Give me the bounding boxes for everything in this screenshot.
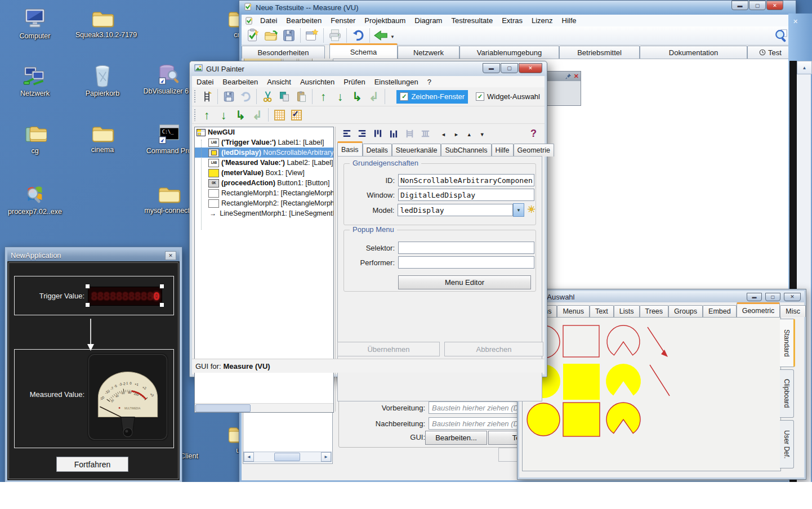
scroll-thumb[interactable] <box>195 404 251 412</box>
tab-embed[interactable]: Embed <box>703 305 737 317</box>
window-input[interactable]: DigitalLedDisplay <box>398 189 534 201</box>
tab-geometrie[interactable]: Geometrie <box>514 144 554 157</box>
paste-icon[interactable] <box>293 89 310 105</box>
toolbar-grip[interactable] <box>194 90 197 104</box>
tab-basis[interactable]: Basis <box>337 141 363 157</box>
tab-netzwerk[interactable]: Netzwerk <box>398 46 459 59</box>
checkbox-icon[interactable]: ✓ <box>400 92 408 101</box>
selection-handle[interactable] <box>85 284 90 289</box>
proceed-button[interactable]: Fortfahren <box>56 457 128 472</box>
back-icon[interactable] <box>372 28 390 43</box>
close-button[interactable]: ✕ <box>784 293 801 301</box>
menu-prüfen[interactable]: Prüfen <box>339 77 369 87</box>
close-icon[interactable]: ✕ <box>574 73 579 79</box>
help-icon[interactable]: ? <box>530 128 542 140</box>
grid-icon[interactable] <box>271 107 288 123</box>
selektor-input[interactable] <box>398 242 534 254</box>
desktop-icon-squeak3-10-2-7179[interactable]: Squeak3.10.2-7179 <box>75 3 130 39</box>
maximize-button[interactable]: ▢ <box>749 1 766 10</box>
open-icon[interactable] <box>262 28 280 43</box>
gui-edit-button[interactable]: Bearbeiten... <box>425 431 487 445</box>
tree-item-0[interactable]: LAB('Trigger Value:') Label1: [Label] <box>195 137 333 148</box>
distribute-h-icon[interactable] <box>401 127 417 140</box>
desktop-icon-command-pro[interactable]: C:\_Command Pro <box>142 119 196 155</box>
tree-item-1[interactable]: (ledDisplay) NonScrollableArbitraryC <box>195 148 333 158</box>
checkbox-icon[interactable]: ✓ <box>476 92 484 101</box>
tree-item-2[interactable]: LAB('Measured Value:') Label2: [Label] <box>195 158 333 168</box>
tab-dokumentation[interactable]: Dokumentation <box>640 46 747 59</box>
id-input[interactable]: NonScrollableArbitraryComponen <box>398 174 534 186</box>
selection-handle[interactable] <box>159 302 164 307</box>
close-button[interactable]: ✕ <box>519 63 542 73</box>
desktop-icon-cg[interactable]: cg <box>8 119 62 155</box>
distribute-v-icon[interactable] <box>417 127 433 140</box>
maximize-button[interactable]: ▢ <box>765 293 780 301</box>
close-button[interactable]: ✕ <box>766 1 783 10</box>
undo-blue-icon[interactable] <box>349 28 367 43</box>
minimize-button[interactable]: ▬ <box>747 293 762 301</box>
model-input[interactable]: ledDisplay <box>398 204 513 216</box>
new-test-icon[interactable] <box>244 28 262 43</box>
side-tab-clipboard[interactable]: Clipboard <box>780 369 794 418</box>
close-button[interactable]: ✕ <box>165 251 176 260</box>
copy-icon[interactable] <box>276 89 293 105</box>
scroll-thumb[interactable] <box>274 453 300 461</box>
checkbox-widget-auswahl[interactable]: ✓Widget-Auswahl <box>472 90 543 104</box>
led-display[interactable]: 88888888880 <box>88 287 162 306</box>
checkbox-zeichen-fenster[interactable]: ✓Zeichen-Fenster <box>396 90 468 104</box>
selection-handle[interactable] <box>159 284 164 289</box>
scroll-left-button[interactable]: ◄ <box>244 452 254 462</box>
menu-hilfe[interactable]: Hilfe <box>557 15 581 26</box>
align-left-icon[interactable] <box>338 127 354 140</box>
horizontal-scrollbar[interactable]: ◄ ► <box>243 452 332 462</box>
tab-besonderheiten[interactable]: Besonderheiten <box>242 46 325 59</box>
up-arrow-icon[interactable]: ↑ <box>315 89 332 105</box>
desktop-icon-cinema[interactable]: cinema <box>75 118 130 154</box>
up-arrow-icon[interactable]: ↑ <box>198 107 215 123</box>
print-icon[interactable] <box>326 28 344 43</box>
menu-ansicht[interactable]: Ansicht <box>262 77 296 87</box>
tab-betriebsmittel[interactable]: Betriebsmittel <box>559 46 640 59</box>
tab-trees[interactable]: Trees <box>640 305 669 317</box>
corner-arrow-icon[interactable]: ↳ <box>349 89 365 105</box>
tab-menus[interactable]: Menus <box>557 305 590 317</box>
menu-diagram[interactable]: Diagram <box>410 15 447 26</box>
tab-lists[interactable]: Lists <box>614 305 640 317</box>
side-tab-standard[interactable]: Standard <box>780 319 795 367</box>
combo-dropdown-button[interactable]: ▼ <box>513 203 524 217</box>
small-down-arrow-icon[interactable]: ▼ <box>480 128 485 139</box>
tab-schema[interactable]: Schema <box>329 43 398 59</box>
menu-fenster[interactable]: Fenster <box>326 15 360 26</box>
return-arrow-icon[interactable]: ↲ <box>249 107 266 123</box>
desktop-icon-procexp7-02-exe[interactable]: procexp7.02..exe <box>8 180 62 216</box>
menu-datei[interactable]: Datei <box>192 77 218 87</box>
save-icon[interactable] <box>280 28 298 43</box>
side-tab-userdef[interactable]: User Def. <box>780 420 794 468</box>
scroll-right-button[interactable]: ► <box>321 452 331 462</box>
return-arrow-icon[interactable]: ↲ <box>365 89 382 105</box>
geometric-shapes[interactable] <box>523 318 780 473</box>
tree-item-4[interactable]: OK(proceedAction) Button1: [Button] <box>195 178 333 188</box>
small-right-arrow-icon[interactable]: ► <box>454 128 459 139</box>
tree-item-6[interactable]: RectangleMorph2: [RectangleMorph] <box>195 198 333 208</box>
tab-geometric[interactable]: Geometric <box>737 302 780 317</box>
menu-help[interactable]: ? <box>423 77 436 87</box>
tab-details[interactable]: Details <box>363 144 392 157</box>
widget-chooser-titlebar[interactable]: Widget Auswahl ▬ ▢ ✕ <box>519 291 804 302</box>
menu-lizenz[interactable]: Lizenz <box>527 15 557 26</box>
cut-icon[interactable] <box>259 89 276 105</box>
tab-variablenumgebung[interactable]: Variablenumgebung <box>459 46 559 59</box>
menu-datei[interactable]: Datei <box>256 15 282 26</box>
tab-misc[interactable]: Misc <box>780 305 806 317</box>
search-icon[interactable] <box>772 28 790 43</box>
tab-groups[interactable]: Groups <box>668 305 703 317</box>
menu-ausrichten[interactable]: Ausrichten <box>296 77 339 87</box>
tab-steuerkanäle[interactable]: Steuerkanäle <box>392 144 441 157</box>
corner-arrow-icon[interactable]: ↳ <box>232 107 249 123</box>
menu-editor-button[interactable]: Menu Editor <box>398 275 531 289</box>
tab-test[interactable]: Test <box>747 46 793 59</box>
tree-item-3[interactable]: (meterValue) Box1: [View] <box>195 168 333 178</box>
tree-horizontal-scrollbar[interactable] <box>195 403 333 412</box>
new-application-titlebar[interactable]: NewApplication ✕ <box>7 249 180 261</box>
apply-button[interactable]: Übernehmen <box>337 342 440 356</box>
